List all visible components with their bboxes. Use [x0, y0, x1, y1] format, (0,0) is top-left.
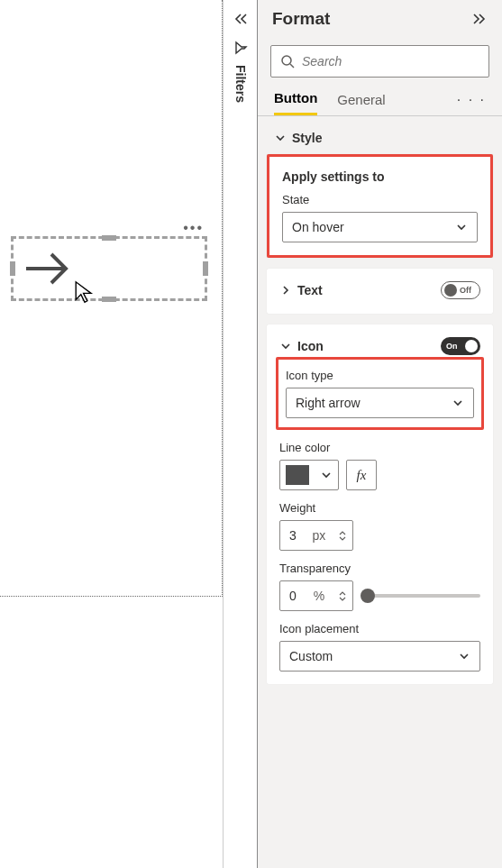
chevron-down-icon [320, 469, 333, 481]
visual-options-ellipsis[interactable]: ••• [183, 220, 204, 236]
slider-thumb[interactable] [361, 589, 375, 603]
chevron-down-icon [274, 132, 287, 144]
chevron-up-icon[interactable] [338, 530, 347, 535]
chevron-down-icon [455, 221, 468, 233]
icon-type-highlight: Icon type Right arrow [276, 357, 484, 430]
transparency-value: 0 [289, 589, 297, 603]
fx-button[interactable]: fx [346, 460, 377, 490]
svg-line-1 [290, 64, 294, 68]
resize-handle-right[interactable] [203, 261, 208, 276]
tabs-more[interactable]: · · · [457, 92, 486, 114]
icon-type-value: Right arrow [296, 396, 361, 410]
icon-card: Icon On Icon type Right arrow Line color… [267, 324, 493, 684]
search-input[interactable] [270, 45, 489, 78]
resize-handle-top[interactable] [102, 235, 116, 241]
chevron-down-icon[interactable] [338, 536, 347, 542]
icon-placement-select[interactable]: Custom [279, 641, 480, 672]
filters-label: Filters [233, 65, 248, 103]
weight-value: 3 [289, 528, 297, 543]
style-section-header[interactable]: Style [258, 129, 502, 154]
weight-unit: px [313, 528, 326, 543]
chevron-down-icon [458, 650, 470, 662]
search-field[interactable] [302, 54, 479, 69]
search-icon [280, 54, 295, 69]
transparency-slider[interactable] [362, 594, 480, 598]
style-section-label: Style [292, 131, 322, 145]
weight-label: Weight [279, 501, 480, 515]
apply-settings-label: Apply settings to [282, 169, 478, 184]
chevron-right-icon[interactable] [279, 284, 292, 297]
filters-pane-collapsed[interactable]: Filters [224, 0, 258, 868]
transparency-stepper[interactable] [338, 590, 347, 602]
icon-placement-value: Custom [289, 649, 333, 663]
icon-toggle-label: On [446, 342, 458, 351]
icon-toggle[interactable]: On [441, 337, 480, 355]
transparency-unit: % [314, 589, 324, 603]
weight-stepper[interactable] [338, 530, 347, 542]
line-color-picker[interactable] [279, 460, 339, 490]
resize-handle-left[interactable] [10, 261, 15, 276]
text-toggle-label: Off [460, 286, 471, 295]
tab-button[interactable]: Button [274, 90, 317, 115]
expand-right-icon[interactable] [471, 13, 488, 25]
resize-handle-bottom[interactable] [102, 297, 116, 302]
cursor-icon [72, 279, 97, 305]
chevron-down-icon[interactable] [338, 597, 347, 602]
text-toggle[interactable]: Off [441, 281, 480, 299]
chevron-down-icon[interactable] [279, 340, 292, 352]
chevron-up-icon[interactable] [338, 590, 347, 596]
report-canvas[interactable]: ••• [0, 0, 224, 868]
apply-settings-card: Apply settings to State On hover [267, 154, 493, 258]
transparency-label: Transparency [279, 562, 480, 575]
state-value: On hover [292, 220, 344, 234]
state-select[interactable]: On hover [282, 212, 478, 242]
collapse-left-icon[interactable] [233, 13, 249, 25]
chevron-down-icon [452, 397, 464, 409]
icon-placement-label: Icon placement [279, 622, 480, 635]
icon-type-select[interactable]: Right arrow [286, 388, 474, 418]
color-swatch [286, 465, 309, 485]
tab-general[interactable]: General [337, 92, 385, 114]
icon-card-label: Icon [297, 339, 324, 353]
svg-point-0 [282, 56, 291, 65]
line-color-label: Line color [279, 441, 480, 454]
filters-icon [233, 41, 248, 55]
text-card-label: Text [297, 283, 323, 297]
right-arrow-icon [21, 245, 75, 292]
transparency-input[interactable]: 0 % [279, 580, 353, 611]
weight-input[interactable]: 3 px [279, 520, 353, 551]
pane-title: Format [272, 9, 330, 29]
text-card: Text Off [267, 269, 493, 314]
icon-type-label: Icon type [286, 369, 474, 382]
state-label: State [282, 193, 478, 206]
format-pane: Format Button General · · · Style Apply … [258, 0, 502, 868]
button-visual[interactable] [11, 236, 207, 301]
